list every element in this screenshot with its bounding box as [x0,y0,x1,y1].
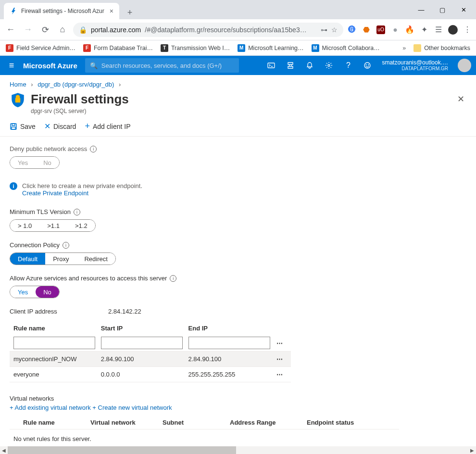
page-horizontal-scrollbar[interactable]: ◀ ▶ [0,446,476,454]
fw-row-menu-icon[interactable]: ⋯ [273,355,287,363]
tab-title: Firewall settings - Microsoft Azur [21,8,106,14]
tab-close-icon[interactable]: × [110,7,113,15]
new-tab-button[interactable]: + [123,6,137,19]
allow-azure-yes[interactable]: Yes [10,286,36,298]
connection-policy-label: Connection Policy [10,241,60,249]
browser-tab[interactable]: Firewall settings - Microsoft Azur × [4,3,119,19]
allow-azure-toggle[interactable]: Yes No [10,286,60,298]
search-placeholder: Search resources, services, and docs (G+… [101,62,222,69]
maximize-button[interactable]: ▢ [432,2,453,17]
minimize-button[interactable]: — [411,2,432,17]
info-icon: i [10,182,17,190]
save-button[interactable]: Save [10,123,36,130]
connection-policy-selector[interactable]: Default Proxy Redirect [10,252,116,265]
close-blade-icon[interactable]: ✕ [455,92,466,106]
address-bar[interactable]: 🔒 portal.azure.com /#@dataplatform.gr/re… [73,23,343,37]
hamburger-menu-icon[interactable]: ≡ [0,61,23,71]
discard-button[interactable]: ✕ Discard [44,122,76,131]
search-icon: 🔍 [90,62,98,69]
fw-header-endip: End IP [188,325,273,332]
tls-12-option[interactable]: >1.2 [67,220,95,231]
svg-rect-7 [12,124,15,126]
svg-rect-8 [12,127,15,129]
breadcrumb-home[interactable]: Home [10,81,26,88]
bookmark-item[interactable]: MMicrosoft Collabora… [312,44,380,52]
fw-endip-input[interactable] [188,337,270,349]
close-window-button[interactable]: ✕ [453,2,474,17]
fw-rule-row[interactable]: myconnectionIP_NOW 2.84.90.100 2.84.90.1… [10,351,291,366]
ext-warning-icon[interactable]: ⬣ [362,25,371,35]
back-button[interactable]: ← [4,23,17,37]
bookmark-item[interactable]: FField Service Admin… [6,44,75,52]
vnet-header-status: Endpoint status [307,419,374,426]
other-bookmarks-folder[interactable]: Other bookmarks [413,44,470,52]
tenant-name: DATAPLATFORM.GR [382,66,448,72]
tls-version-selector[interactable]: > 1.0 >1.1 >1.2 [10,219,96,232]
star-icon[interactable]: ☆ [331,26,338,34]
create-new-vnet-link[interactable]: + Create new virtual network [92,404,172,411]
ext-gray-icon[interactable]: ● [390,25,400,35]
fw-row-menu-icon[interactable]: ⋯ [273,340,287,347]
fw-startip-input[interactable] [101,337,183,349]
avatar[interactable] [458,59,471,72]
azure-brand[interactable]: Microsoft Azure [23,62,77,70]
translate-icon[interactable]: 🅖 [347,25,357,35]
notifications-icon[interactable] [300,56,319,75]
profile-avatar-icon[interactable] [448,25,458,35]
add-client-ip-button[interactable]: + Add client IP [85,121,130,131]
reload-button[interactable]: ⟳ [38,23,52,37]
svg-rect-5 [15,98,21,103]
fw-rule-row[interactable]: everyone 0.0.0.0 255.255.255.255 ⋯ [10,366,291,382]
client-ip-label: Client IP address [10,308,108,315]
home-button[interactable]: ⌂ [56,23,69,37]
tls-11-option[interactable]: >1.1 [39,220,67,231]
fw-row-menu-icon[interactable]: ⋯ [273,371,287,378]
add-existing-vnet-link[interactable]: + Add existing virtual network [10,404,91,411]
lock-icon: 🔒 [79,26,87,34]
bookmarks-overflow-icon[interactable]: » [402,45,406,51]
conn-proxy-option[interactable]: Proxy [45,253,76,265]
bookmark-item[interactable]: MMicrosoft Learning… [238,44,303,52]
fw-header-startip: Start IP [101,325,188,332]
client-ip-value: 2.84.142.22 [108,308,141,315]
directories-icon[interactable] [281,56,300,75]
create-private-endpoint-link[interactable]: Create Private Endpoint [22,189,142,197]
breadcrumb: Home › dpgr_db (dpgr-srv/dpgr_db) › [0,75,476,90]
info-icon[interactable]: i [170,275,176,282]
conn-default-option[interactable]: Default [10,253,45,265]
info-icon[interactable]: i [74,209,80,215]
info-icon[interactable]: i [63,242,69,249]
bookmark-item[interactable]: FForm Database Trai… [83,44,153,52]
deny-public-label: Deny public network access [10,145,87,152]
help-icon[interactable]: ? [338,56,358,75]
vnet-header-range: Address Range [230,419,307,426]
forward-button[interactable]: → [21,23,35,37]
vnet-label: Virtual networks [10,395,466,402]
svg-point-3 [366,65,366,65]
vnet-header-rulename: Rule name [23,419,90,426]
key-icon[interactable]: ⊶ [321,26,327,34]
azure-search-box[interactable]: 🔍 Search resources, services, and docs (… [85,58,239,73]
tls-10-option[interactable]: > 1.0 [10,220,39,231]
info-icon[interactable]: i [90,146,97,152]
azure-favicon-icon [10,7,17,15]
conn-redirect-option[interactable]: Redirect [76,253,115,265]
bookmark-item[interactable]: TTransmission Web I… [161,44,230,52]
extensions-icon[interactable]: ✦ [419,25,429,35]
reading-list-icon[interactable]: ☰ [434,25,443,35]
cloud-shell-icon[interactable] [262,56,281,75]
fw-rulename-input[interactable] [13,337,95,349]
breadcrumb-item[interactable]: dpgr_db (dpgr-srv/dpgr_db) [38,81,114,88]
user-account[interactable]: smatzouranis@outlook.… DATAPLATFORM.GR [377,59,453,72]
allow-azure-no[interactable]: No [36,286,59,298]
settings-icon[interactable] [319,56,338,75]
firewall-shield-icon [10,92,26,108]
feedback-icon[interactable] [358,56,377,75]
allow-azure-label: Allow Azure services and resources to ac… [10,275,167,282]
user-email: smatzouranis@outlook.… [382,59,448,66]
ublock-icon[interactable]: uO [376,25,386,35]
ext-flame-icon[interactable]: 🔥 [405,25,414,35]
page-subtitle: dpgr-srv (SQL server) [31,108,129,114]
deny-public-toggle: Yes No [10,156,60,169]
chrome-menu-icon[interactable]: ⋮ [463,25,472,35]
